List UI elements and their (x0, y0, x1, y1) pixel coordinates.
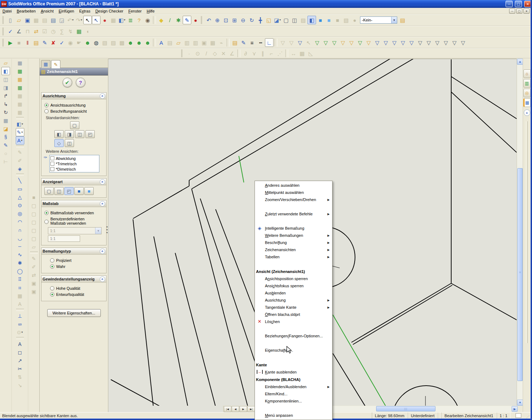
sketch-cross-icon[interactable]: ✕ (219, 49, 228, 58)
sketch-polygon-icon[interactable]: ◇ (211, 49, 219, 58)
relation-merge-icon[interactable]: ⋎ (250, 49, 258, 58)
back-view-icon[interactable]: ▢ (30, 210, 38, 218)
vertical-scrollbar[interactable]: ▲ ▼ (517, 59, 523, 406)
wireframe-icon[interactable]: ▢ (282, 16, 290, 24)
filter-midpoints-icon[interactable]: ▽ (390, 38, 399, 47)
circular-pattern-icon[interactable]: ⠶ (16, 283, 24, 292)
scroll-right-icon[interactable]: ▶ (512, 406, 518, 412)
filter-solids-icon[interactable]: ▽ (347, 38, 356, 47)
perspective-icon[interactable]: ▧ (342, 16, 350, 24)
mdi-minimize-button[interactable]: ─ (509, 9, 515, 14)
context-menu-item[interactable]: Kante ausblenden ▶ (255, 368, 332, 376)
hidden-lines-visible-icon[interactable]: ◫ (290, 16, 299, 24)
relation-perpendicular-icon[interactable]: ⌐ (267, 49, 276, 58)
mass-properties-icon[interactable]: ⊓ (23, 27, 32, 36)
checkbox[interactable] (50, 167, 54, 171)
add-sketch-icon[interactable]: ✐ (30, 263, 38, 271)
filter-faces-icon[interactable]: ▽ (330, 38, 339, 47)
context-menu-item[interactable]: Anderes auswählen ▶ (255, 182, 332, 189)
new-note-icon[interactable]: ▤ (32, 38, 40, 47)
select-filter-icon[interactable]: ↖ (92, 16, 100, 24)
edit-sheet-icon[interactable]: ✎ (1, 141, 10, 149)
filter-notes-icon[interactable]: ▽ (433, 38, 442, 47)
sheet-next-button[interactable]: ▶ (240, 406, 247, 412)
model-edge[interactable] (451, 92, 517, 152)
linear-pattern-icon[interactable]: ⠿ (16, 275, 24, 283)
zoom-in-out-icon[interactable]: ⊕ (213, 16, 222, 24)
list-item[interactable]: *Trimetrisch (50, 161, 98, 166)
display-hidden-removed-button[interactable]: ◰ (64, 187, 74, 195)
menu-item[interactable]: Fenster (126, 9, 144, 14)
line-color-icon[interactable]: ✎ (239, 38, 248, 47)
close-button[interactable]: ✕ (524, 1, 531, 7)
pan-icon[interactable]: ╋ (256, 16, 265, 24)
menu-item[interactable]: Einfügen (56, 9, 77, 14)
shaded-with-edges-icon[interactable]: ◧ (307, 16, 316, 24)
model-edge[interactable] (451, 283, 517, 321)
view-layout-icon[interactable]: ◧ (1, 67, 10, 75)
radio-projiziert[interactable] (50, 258, 54, 263)
model-edge[interactable] (189, 59, 391, 180)
left-view-icon[interactable]: ▢ (30, 218, 38, 226)
viewport-icon[interactable]: ◧ (118, 16, 126, 24)
radio-benutzerdefiniert[interactable] (44, 220, 49, 224)
sketch-line-icon[interactable]: / (202, 49, 211, 58)
relation-parallel-icon[interactable]: ∥ (258, 49, 267, 58)
context-menu-item[interactable]: Eigenschaften... ▶ (255, 347, 332, 354)
context-menu-item[interactable]: Ansichtsposition sperren ▶ (255, 275, 332, 282)
tab-feature-manager[interactable]: ▦ (41, 60, 50, 68)
context-menu-item[interactable]: Öffnen blacha.sldprt ▶ (255, 311, 332, 318)
hand-icon[interactable]: ☛ (75, 38, 83, 47)
verify-icon[interactable]: ✓ (58, 38, 66, 47)
zoom-fit-icon[interactable]: ⊞ (230, 16, 239, 24)
globe-icon[interactable]: ◍ (92, 38, 100, 47)
filter-frame-icon[interactable]: ▽ (356, 38, 364, 47)
detail-view-icon[interactable]: § (1, 133, 10, 141)
multi-view-icon[interactable]: ▦ (1, 116, 10, 124)
shaded-cube-icon[interactable]: ■ (30, 193, 38, 201)
table-icon[interactable]: ▦ (16, 59, 24, 67)
excel-table-icon[interactable]: ▦ (75, 27, 83, 36)
error-icon[interactable]: ✘ (49, 38, 58, 47)
nested-box-1-icon[interactable]: ▣ (30, 279, 38, 287)
autoballoon-icon[interactable]: ↗ (16, 356, 24, 365)
iso-view-icon[interactable]: ▱ (30, 243, 38, 251)
open-document-icon[interactable]: ▱ (15, 16, 23, 24)
view-front-button[interactable]: ▢ (70, 121, 79, 129)
filter-toggle-icon[interactable]: ▽ (279, 38, 287, 47)
view-layout-dd-icon[interactable]: ◧ (16, 120, 24, 128)
horizontal-scroll-track[interactable]: ||| (319, 406, 512, 412)
filter-sketch-points-icon[interactable]: ▽ (373, 38, 381, 47)
layer-icon[interactable]: ▤ (231, 38, 239, 47)
print-preview-icon[interactable]: ◲ (58, 16, 66, 24)
record-icon[interactable]: ● (191, 16, 200, 24)
offset-entities-icon[interactable]: ↘ (16, 381, 24, 389)
macro-stop-icon[interactable]: ■ (15, 38, 23, 47)
bom-table-icon[interactable]: ▦ (16, 83, 24, 92)
taskpane-design-library-icon[interactable]: ▥ (523, 79, 531, 88)
table-5-icon[interactable]: ▦ (16, 100, 24, 108)
balloon-note-icon[interactable]: ▱ (1, 59, 10, 67)
triangle-icon[interactable]: ◺ (306, 49, 315, 58)
dimension-icon[interactable]: ↔ (289, 49, 298, 58)
options-icon[interactable]: ≣ (126, 16, 135, 24)
scale-input[interactable]: 1:1 (48, 235, 80, 242)
taskpane-home-icon[interactable]: ⌂ (523, 69, 531, 78)
menu-item[interactable]: Design Checker (93, 9, 126, 14)
sheet-first-button[interactable]: |◀ (224, 406, 231, 412)
collapse-chevron-icon[interactable]: « (100, 249, 105, 254)
collaborate-user-icon[interactable]: ☻ (83, 38, 92, 47)
context-menu-item[interactable]: Beziehungen/Fangen-Optionen... ▶ (255, 332, 332, 340)
menu-item[interactable]: Ansicht (38, 9, 56, 14)
measure-icon[interactable]: ∠ (15, 27, 23, 36)
relation-tangent-icon[interactable]: ∂ (241, 49, 250, 58)
display-shaded-edges-button[interactable]: ■ (74, 187, 84, 195)
model-edge[interactable] (133, 219, 155, 406)
model-items-icon[interactable]: ◻ (16, 348, 24, 356)
sheet-prev-button[interactable]: ◀ (232, 406, 239, 412)
crop-view-icon[interactable]: ◪ (1, 124, 10, 133)
edit-note-icon[interactable]: ✎ (40, 38, 49, 47)
macro-run-icon[interactable]: ▶ (6, 38, 15, 47)
sketch-circle-icon[interactable]: ⊙ (193, 49, 202, 58)
context-menu-item[interactable]: Intelligente Bemaßung ▶ (255, 225, 332, 232)
